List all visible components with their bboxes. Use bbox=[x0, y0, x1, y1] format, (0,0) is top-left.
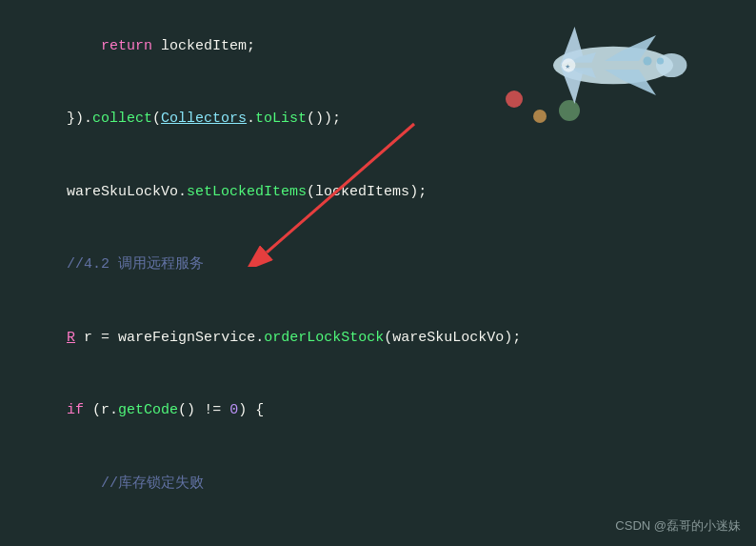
code-line-3: wareSkuLockVo.setLockedItems(lockedItems… bbox=[15, 155, 741, 229]
code-container: ★ return lockedItem; }).collect(Collecto… bbox=[0, 0, 756, 546]
code-line-7: //库存锁定失败 bbox=[15, 447, 741, 520]
code-line-5: R r = wareFeignService.orderLockStock(wa… bbox=[15, 301, 741, 374]
code-content: return lockedItem; }).collect(Collectors… bbox=[15, 10, 741, 546]
code-line-4: //4.2 调用远程服务 bbox=[15, 229, 741, 302]
code-line-6: if (r.getCode() != 0) { bbox=[15, 374, 741, 448]
watermark: CSDN @磊哥的小迷妹 bbox=[615, 517, 741, 535]
code-line-1: return lockedItem; bbox=[15, 10, 741, 83]
code-line-2: }).collect(Collectors.toList()); bbox=[15, 83, 741, 156]
